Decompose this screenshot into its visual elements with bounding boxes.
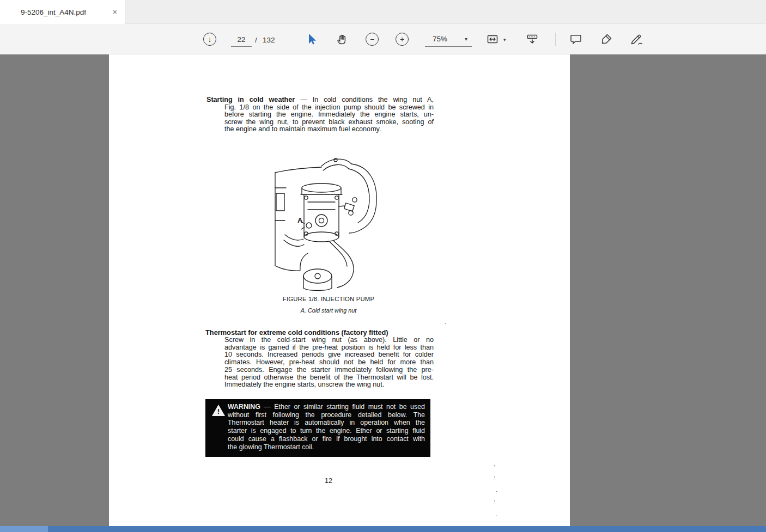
page-number-input[interactable]: [231, 33, 252, 47]
text-line: 25 seconds. Engage the starter immediate…: [224, 366, 434, 374]
thermostart-heading: Thermostart for extreme cold conditions …: [205, 328, 388, 337]
warning-box: ! WARNING — Ether or similar starting fl…: [205, 399, 430, 457]
page-layout-icon: [526, 33, 539, 46]
text-line: the engine and to maintain maximum fuel …: [224, 126, 434, 133]
highlighter-icon: [600, 33, 613, 46]
thermostart-paragraph: Screw in the cold-start wing nut (as abo…: [224, 337, 434, 389]
text-line: without first following the procedure de…: [228, 411, 425, 419]
intro-heading: Starting in cold weather: [206, 96, 295, 103]
comment-bubble-icon: [569, 33, 582, 46]
page-count-total: 132: [263, 36, 275, 44]
text-line: WARNING — Ether or similar starting flui…: [228, 403, 425, 411]
zoom-in-button[interactable]: +: [393, 30, 411, 48]
figure-marker-a: A: [297, 216, 302, 224]
page-layout-button[interactable]: [524, 30, 541, 48]
fit-options-chevron-icon[interactable]: ▾: [503, 37, 506, 42]
minus-glyph: −: [370, 35, 374, 43]
scan-artifact: ': [494, 500, 495, 506]
tab-strip: 9-5206_int_A4N.pdf ×: [0, 0, 766, 24]
taskbar-strip-left: [0, 526, 48, 532]
injection-pump-figure: [270, 154, 387, 294]
text-line: starter is engaged to turn the engine. E…: [228, 427, 425, 435]
page-count-separator: /: [255, 36, 257, 44]
select-tool-button[interactable]: [303, 30, 321, 48]
intro-body: Fig. 1/8 on the side of the injection pu…: [224, 104, 434, 133]
pdf-tab[interactable]: 9-5206_int_A4N.pdf ×: [0, 0, 125, 24]
comments-button[interactable]: [567, 30, 585, 48]
text-line: climates. However, pre-heat should not b…: [224, 359, 434, 366]
download-button[interactable]: ↓: [201, 30, 218, 48]
download-icon: ↓: [203, 33, 216, 46]
intro-heading-rest: — In cold conditions the wing nut A,: [295, 96, 434, 103]
tab-title: 9-5206_int_A4N.pdf: [21, 8, 108, 16]
figure-subcaption: A. Cold start wing nut: [247, 307, 410, 314]
tab-close-icon[interactable]: ×: [113, 8, 117, 16]
text-line: heat period otherwise the benefit of the…: [224, 374, 434, 382]
zoom-value: 75%: [433, 35, 447, 43]
taskbar-strip: [0, 526, 766, 532]
pan-tool-button[interactable]: [333, 30, 351, 48]
pdf-viewer-window: 9-5206_int_A4N.pdf × ↓ / 132 −: [0, 0, 766, 532]
scan-artifact: .: [445, 319, 446, 325]
text-line: 10 seconds. Increased periods give incre…: [224, 351, 434, 359]
page-number: 12: [247, 477, 410, 485]
warning-line1: — Ether or similar starting fluid must n…: [260, 403, 425, 411]
fit-width-icon: [486, 33, 499, 46]
text-line: could cause a flashback or fire if broug…: [228, 435, 425, 443]
plus-glyph: +: [400, 35, 404, 43]
warning-exclaim-glyph: !: [212, 407, 225, 415]
text-line: screw the wing nut, to prevent black exh…: [224, 119, 434, 126]
fit-page-button[interactable]: [484, 30, 501, 48]
zoom-out-icon: −: [366, 33, 379, 46]
warning-text: WARNING — Ether or similar starting flui…: [228, 403, 425, 451]
scan-artifact: ': [494, 476, 495, 482]
text-line: Immediately the engine starts, unscrew t…: [224, 381, 434, 389]
zoom-in-icon: +: [396, 33, 409, 46]
text-line: Fig. 1/8 on the side of the injection pu…: [224, 104, 434, 112]
figure-container: [270, 154, 387, 294]
scan-artifact: ·: [496, 488, 497, 494]
text-line: Thermostart heater is automatically in o…: [228, 419, 425, 427]
text-line: Screw in the cold-start wing nut (as abo…: [224, 337, 434, 344]
pdf-toolbar: ↓ / 132 − + 75% ▾: [0, 24, 766, 54]
intro-paragraph: Starting in cold weather — In cold condi…: [206, 96, 434, 133]
zoom-level-dropdown[interactable]: 75% ▾: [425, 32, 472, 47]
chevron-down-icon: ▾: [465, 36, 467, 42]
highlight-button[interactable]: [598, 30, 615, 48]
pdf-viewport[interactable]: Starting in cold weather — In cold condi…: [0, 54, 766, 526]
hand-icon: [336, 33, 349, 46]
toolbar-separator: [555, 33, 556, 46]
scan-artifact: .: [496, 511, 497, 517]
down-arrow-glyph: ↓: [208, 35, 212, 43]
scan-artifact: ': [494, 464, 495, 470]
pen-icon: [630, 33, 644, 46]
text-line: before starting the engine. Immediately …: [224, 111, 434, 119]
pdf-page: Starting in cold weather — In cold condi…: [109, 54, 570, 526]
cursor-arrow-icon: [306, 33, 318, 46]
text-line: the glowing Thermostart coil.: [228, 443, 425, 451]
text-line: advantage is gained if the pre-heat posi…: [224, 344, 434, 352]
figure-caption: FIGURE 1/8. INJECTION PUMP: [247, 296, 410, 302]
zoom-out-button[interactable]: −: [363, 30, 381, 48]
text-line: Starting in cold weather — In cold condi…: [206, 96, 434, 104]
draw-button[interactable]: [627, 30, 647, 48]
warning-title: WARNING: [228, 403, 260, 411]
